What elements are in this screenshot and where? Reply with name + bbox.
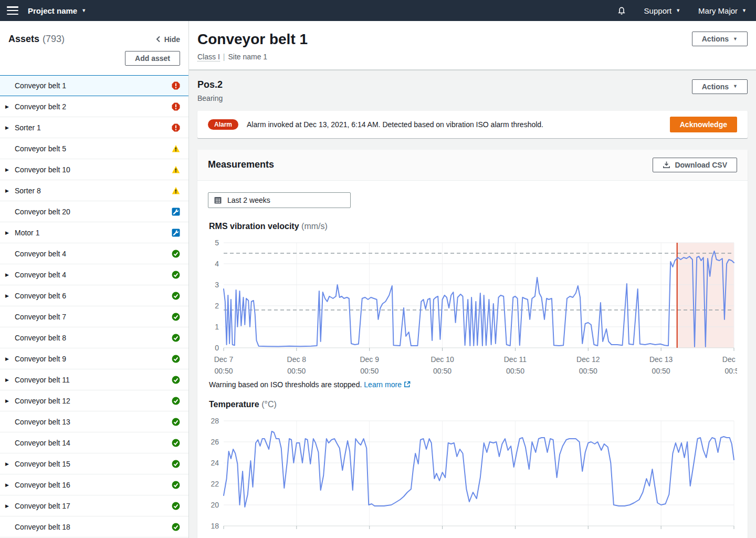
asset-list-item[interactable]: ▶ Sorter 1 <box>0 117 188 138</box>
alarm-status-icon <box>172 123 180 132</box>
asset-list-item[interactable]: ▶ Conveyor belt 4 <box>0 264 188 285</box>
healthy-status-icon <box>172 502 180 510</box>
asset-label: Conveyor belt 5 <box>15 144 172 153</box>
asset-list-item[interactable]: Conveyor belt 13 <box>0 411 188 432</box>
asset-list-item[interactable]: ▶ Motor 1 <box>0 222 188 243</box>
asset-list-item[interactable]: ▶ Conveyor belt 15 <box>0 453 188 474</box>
asset-label: Conveyor belt 4 <box>15 250 172 258</box>
date-range-picker[interactable]: Last 2 weeks <box>208 192 351 208</box>
learn-more-link[interactable]: Learn more <box>364 380 411 389</box>
asset-list-item[interactable]: Conveyor belt 5 <box>0 138 188 159</box>
asset-label: Conveyor belt 2 <box>15 102 172 111</box>
asset-list-item[interactable]: Conveyor belt 1 <box>0 75 188 96</box>
asset-label: Conveyor belt 9 <box>15 355 172 363</box>
position-subtitle: Bearing <box>197 94 223 102</box>
svg-text:00:50: 00:50 <box>360 367 379 375</box>
hide-label: Hide <box>164 35 180 44</box>
asset-list-item[interactable]: Conveyor belt 18 <box>0 516 188 537</box>
svg-text:00:50: 00:50 <box>287 367 306 375</box>
svg-text:Dec 10: Dec 10 <box>430 355 454 364</box>
svg-text:Dec 14: Dec 14 <box>722 355 737 364</box>
alarm-status-badge: Alarm <box>208 119 238 130</box>
asset-list-item[interactable]: ▶ Conveyor belt 9 <box>0 348 188 369</box>
svg-text:20: 20 <box>211 501 219 509</box>
asset-label: Conveyor belt 17 <box>15 502 172 510</box>
user-menu[interactable]: Mary Major ▼ <box>698 6 747 15</box>
project-name-label: Project name <box>28 6 77 15</box>
svg-text:18: 18 <box>211 522 219 530</box>
asset-list-item[interactable]: ▶ Conveyor belt 16 <box>0 474 188 495</box>
asset-list-item[interactable]: ▶ Sorter 8 <box>0 180 188 201</box>
expand-caret-icon[interactable]: ▶ <box>5 293 15 298</box>
download-csv-button[interactable]: Download CSV <box>653 158 737 172</box>
asset-actions-button[interactable]: Actions ▼ <box>692 32 748 46</box>
support-menu[interactable]: Support ▼ <box>644 6 680 15</box>
expand-caret-icon[interactable]: ▶ <box>5 356 15 361</box>
asset-list-item[interactable]: Conveyor belt 8 <box>0 327 188 348</box>
svg-text:28: 28 <box>211 417 219 425</box>
position-actions-button[interactable]: Actions ▼ <box>692 79 748 94</box>
asset-label: Conveyor belt 4 <box>15 271 172 279</box>
measurements-title: Measurements <box>208 159 274 170</box>
alarm-banner: Alarm Alarm invoked at Dec 13, 2021, 6:1… <box>197 111 748 138</box>
asset-label: Conveyor belt 11 <box>15 376 172 384</box>
expand-caret-icon[interactable]: ▶ <box>5 125 15 130</box>
caret-down-icon: ▼ <box>742 8 747 13</box>
healthy-status-icon <box>172 418 180 426</box>
svg-text:00:50: 00:50 <box>724 367 737 375</box>
healthy-status-icon <box>172 523 180 531</box>
asset-list-item[interactable]: ▶ Conveyor belt 2 <box>0 96 188 117</box>
measurements-card: Measurements Download CSV <box>197 150 748 538</box>
asset-list-item[interactable]: Conveyor belt 4 <box>0 243 188 264</box>
expand-caret-icon[interactable]: ▶ <box>5 230 15 235</box>
expand-caret-icon[interactable]: ▶ <box>5 104 15 109</box>
asset-list-item[interactable]: ▶ Conveyor belt 17 <box>0 495 188 516</box>
svg-text:3: 3 <box>215 281 219 289</box>
svg-text:00:50: 00:50 <box>579 367 597 375</box>
expand-caret-icon[interactable]: ▶ <box>5 188 15 193</box>
svg-text:22: 22 <box>211 480 219 488</box>
external-link-icon <box>404 381 411 389</box>
asset-list-item[interactable]: ▶ Conveyor belt 6 <box>0 285 188 306</box>
user-name-label: Mary Major <box>698 6 738 15</box>
project-name-menu[interactable]: Project name ▼ <box>28 6 86 15</box>
healthy-status-icon <box>172 481 180 489</box>
expand-caret-icon[interactable]: ▶ <box>5 272 15 277</box>
svg-text:Dec 9: Dec 9 <box>360 355 379 364</box>
svg-text:0: 0 <box>215 344 219 352</box>
svg-text:1: 1 <box>215 323 219 331</box>
asset-label: Conveyor belt 7 <box>15 313 172 321</box>
svg-text:Dec 8: Dec 8 <box>287 355 307 364</box>
asset-class-link[interactable]: Class I <box>197 53 220 61</box>
expand-caret-icon[interactable]: ▶ <box>5 503 15 509</box>
asset-label: Conveyor belt 18 <box>15 523 172 531</box>
asset-label: Conveyor belt 8 <box>15 334 172 342</box>
expand-caret-icon[interactable]: ▶ <box>5 398 15 404</box>
asset-list-item[interactable]: ▶ Conveyor belt 12 <box>0 390 188 411</box>
asset-list-item[interactable]: ▶ Conveyor belt 11 <box>0 369 188 390</box>
asset-list-item[interactable]: Conveyor belt 14 <box>0 432 188 453</box>
svg-text:00:50: 00:50 <box>433 367 452 375</box>
menu-icon[interactable] <box>7 6 18 15</box>
asset-list-item[interactable]: Conveyor belt 20 <box>0 201 188 222</box>
expand-caret-icon[interactable]: ▶ <box>5 461 15 467</box>
asset-list-item[interactable]: ▶ Conveyor belt 10 <box>0 159 188 180</box>
acknowledge-button[interactable]: Acknowledge <box>670 117 737 132</box>
svg-text:Dec 11: Dec 11 <box>504 355 527 364</box>
svg-text:Dec 13: Dec 13 <box>649 355 673 364</box>
healthy-status-icon <box>172 334 180 342</box>
expand-caret-icon[interactable]: ▶ <box>5 482 15 488</box>
expand-caret-icon[interactable]: ▶ <box>5 377 15 382</box>
asset-list-item[interactable]: Conveyor belt 7 <box>0 306 188 327</box>
assets-count: (793) <box>43 34 65 45</box>
warning-status-icon <box>172 187 180 195</box>
hide-panel-button[interactable]: Hide <box>156 35 180 44</box>
assets-title: Assets <box>8 34 39 45</box>
notifications-bell-icon[interactable] <box>617 6 626 15</box>
expand-caret-icon[interactable]: ▶ <box>5 167 15 172</box>
add-asset-button[interactable]: Add asset <box>125 51 180 66</box>
healthy-status-icon <box>172 313 180 321</box>
date-range-label: Last 2 weeks <box>227 196 270 204</box>
maintenance-status-icon <box>172 208 180 216</box>
asset-label: Sorter 1 <box>15 123 172 132</box>
